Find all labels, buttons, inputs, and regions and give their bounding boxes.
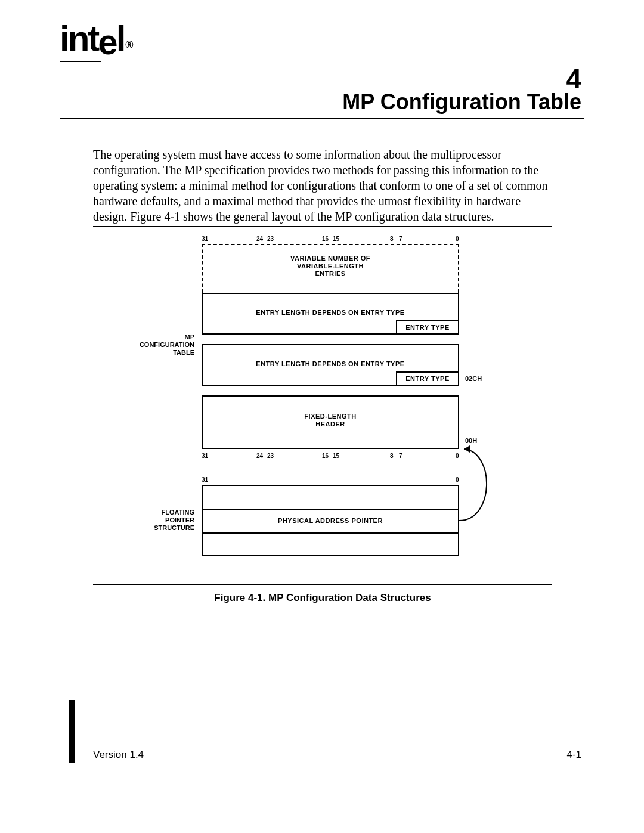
fp-div1 <box>202 509 459 510</box>
entry2-type: ENTRY TYPE <box>396 375 459 383</box>
bit-7-top: 7 <box>399 236 402 242</box>
bit-31-fp: 31 <box>202 476 208 483</box>
dash-top <box>202 244 459 245</box>
bit-0-fp: 0 <box>456 476 459 483</box>
fp-div2 <box>202 532 459 534</box>
entry1-type: ENTRY TYPE <box>396 324 459 332</box>
page: intel® 4 MP Configuration Table The oper… <box>0 0 644 833</box>
bit-24-mid: 24 <box>256 453 263 459</box>
intel-logo: intel® <box>60 18 131 59</box>
footer-version: Version 1.4 <box>93 749 144 761</box>
bit-31-top: 31 <box>202 236 208 242</box>
variable-entries-label: VARIABLE NUMBER OF VARIABLE-LENGTH ENTRI… <box>202 255 459 278</box>
addr-02ch: 02CH <box>465 375 482 382</box>
figure-diagram: 31 24 23 16 15 8 7 0 VARIABLE NUMBER OF … <box>93 226 552 584</box>
bit-7-mid: 7 <box>399 453 402 459</box>
entry1-len: ENTRY LENGTH DEPENDS ON ENTRY TYPE <box>202 309 459 317</box>
bit-23-mid: 23 <box>267 453 274 459</box>
svg-marker-0 <box>464 445 470 453</box>
phys-ptr-label: PHYSICAL ADDRESS POINTER <box>202 517 459 525</box>
bit-15-mid: 15 <box>333 453 339 459</box>
bit-0-top: 0 <box>456 236 459 242</box>
bit-8-mid: 8 <box>390 453 394 459</box>
addr-00h: 00H <box>465 437 477 444</box>
entry2-len: ENTRY LENGTH DEPENDS ON ENTRY TYPE <box>202 360 459 368</box>
bit-16-top: 16 <box>322 236 329 242</box>
fixed-header-label: FIXED-LENGTH HEADER <box>202 413 459 428</box>
revision-bar <box>69 700 75 763</box>
pointer-arrow <box>459 445 507 529</box>
chapter-rule <box>60 118 584 119</box>
bit-23-top: 23 <box>267 236 274 242</box>
bit-31-mid: 31 <box>202 453 208 459</box>
fp-struct-label: FLOATING POINTER STRUCTURE <box>117 509 194 532</box>
bit-24-top: 24 <box>256 236 263 242</box>
figure-caption: Figure 4-1. MP Configuration Data Struct… <box>93 592 552 604</box>
bit-16-mid: 16 <box>322 453 329 459</box>
header-rule <box>60 61 101 62</box>
intro-paragraph: The operating system must have access to… <box>93 147 552 224</box>
bit-0-mid: 0 <box>456 453 459 459</box>
figure-rule-bottom <box>93 584 552 585</box>
bit-15-top: 15 <box>333 236 339 242</box>
mp-table-label: MP CONFIGURATION TABLE <box>117 333 194 357</box>
footer-page-number: 4-1 <box>566 749 581 761</box>
chapter-title: MP Configuration Table <box>342 89 581 114</box>
bit-8-top: 8 <box>390 236 394 242</box>
